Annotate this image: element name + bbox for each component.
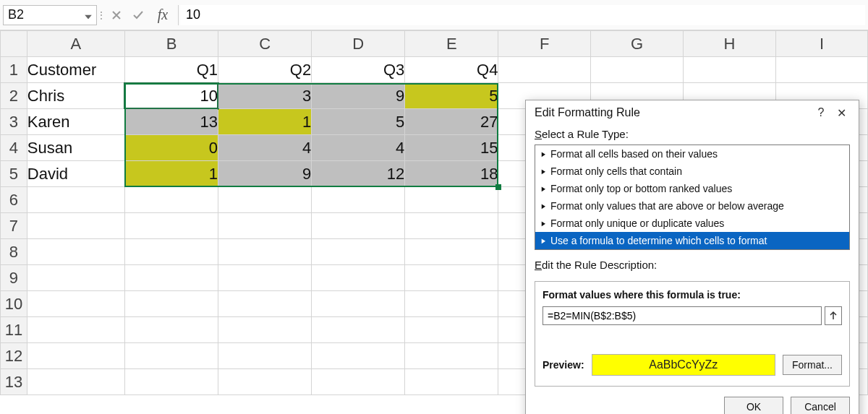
column-header-A[interactable]: A	[27, 31, 124, 57]
cell-A12[interactable]	[27, 343, 124, 369]
cell-D11[interactable]	[312, 317, 405, 343]
rule-type-option[interactable]: ►Format all cells based on their values	[535, 145, 849, 163]
cell-B1[interactable]: Q1	[124, 57, 218, 83]
cell-A5[interactable]: David	[27, 161, 124, 187]
cell-F1[interactable]	[498, 57, 591, 83]
column-header-G[interactable]: G	[591, 31, 684, 57]
row-header-8[interactable]: 8	[1, 239, 27, 265]
cell-D4[interactable]: 4	[312, 135, 405, 161]
cell-B10[interactable]	[124, 291, 218, 317]
cell-D13[interactable]	[312, 369, 405, 395]
row-header-4[interactable]: 4	[1, 135, 27, 161]
cell-C11[interactable]	[218, 317, 312, 343]
cell-D5[interactable]: 12	[312, 161, 405, 187]
cell-E1[interactable]: Q4	[405, 57, 498, 83]
cell-B8[interactable]	[124, 239, 218, 265]
cell-C13[interactable]	[218, 369, 312, 395]
row-header-13[interactable]: 13	[1, 369, 27, 395]
collapse-dialog-icon[interactable]	[825, 306, 842, 325]
cell-A9[interactable]	[27, 265, 124, 291]
rule-type-list[interactable]: ►Format all cells based on their values►…	[535, 145, 850, 250]
row-header-1[interactable]: 1	[1, 57, 27, 83]
cell-C9[interactable]	[218, 265, 312, 291]
row-header-5[interactable]: 5	[1, 161, 27, 187]
cell-D7[interactable]	[312, 213, 405, 239]
cell-E4[interactable]: 15	[405, 135, 498, 161]
cell-A11[interactable]	[27, 317, 124, 343]
cell-E10[interactable]	[405, 291, 498, 317]
cell-B7[interactable]	[124, 213, 218, 239]
rule-type-option[interactable]: ►Use a formula to determine which cells …	[535, 232, 849, 249]
column-header-F[interactable]: F	[498, 31, 591, 57]
formula-input[interactable]	[180, 5, 865, 25]
cell-A13[interactable]	[27, 369, 124, 395]
cell-B13[interactable]	[124, 369, 218, 395]
cell-C8[interactable]	[218, 239, 312, 265]
cell-C7[interactable]	[218, 213, 312, 239]
cell-C10[interactable]	[218, 291, 312, 317]
cell-E11[interactable]	[405, 317, 498, 343]
column-header-H[interactable]: H	[684, 31, 776, 57]
cell-E7[interactable]	[405, 213, 498, 239]
cell-E2[interactable]: 5	[405, 83, 498, 109]
cell-I1[interactable]	[775, 57, 867, 83]
cell-C3[interactable]: 1	[218, 109, 312, 135]
cell-D2[interactable]: 9	[312, 83, 405, 109]
cell-B3[interactable]: 13	[124, 109, 218, 135]
row-header-9[interactable]: 9	[1, 265, 27, 291]
cell-E6[interactable]	[405, 187, 498, 213]
cancel-button[interactable]: Cancel	[791, 397, 850, 414]
cell-A3[interactable]: Karen	[27, 109, 124, 135]
cell-A10[interactable]	[27, 291, 124, 317]
cell-E5[interactable]: 18	[405, 161, 498, 187]
cell-B4[interactable]: 0	[124, 135, 218, 161]
row-header-6[interactable]: 6	[1, 187, 27, 213]
cell-D8[interactable]	[312, 239, 405, 265]
rule-formula-input[interactable]	[542, 306, 822, 325]
dialog-close-button[interactable]: ✕	[831, 103, 851, 123]
cell-B6[interactable]	[124, 187, 218, 213]
rule-type-option[interactable]: ►Format only values that are above or be…	[535, 197, 849, 215]
row-header-11[interactable]: 11	[1, 317, 27, 343]
cell-E8[interactable]	[405, 239, 498, 265]
cell-C2[interactable]: 3	[218, 83, 312, 109]
cell-B12[interactable]	[124, 343, 218, 369]
dialog-titlebar[interactable]: Edit Formatting Rule ? ✕	[526, 100, 859, 125]
ok-button[interactable]: OK	[724, 397, 783, 414]
dialog-help-button[interactable]: ?	[811, 103, 831, 123]
row-header-7[interactable]: 7	[1, 213, 27, 239]
cell-C4[interactable]: 4	[218, 135, 312, 161]
cell-A6[interactable]	[27, 187, 124, 213]
cell-D12[interactable]	[312, 343, 405, 369]
rule-type-option[interactable]: ►Format only unique or duplicate values	[535, 215, 849, 232]
column-header-D[interactable]: D	[312, 31, 405, 57]
cell-B5[interactable]: 1	[124, 161, 218, 187]
cell-A7[interactable]	[27, 213, 124, 239]
cell-D1[interactable]: Q3	[312, 57, 405, 83]
row-header-2[interactable]: 2	[1, 83, 27, 109]
cell-A2[interactable]: Chris	[27, 83, 124, 109]
column-header-I[interactable]: I	[775, 31, 867, 57]
cell-D3[interactable]: 5	[312, 109, 405, 135]
cell-C1[interactable]: Q2	[218, 57, 312, 83]
row-header-10[interactable]: 10	[1, 291, 27, 317]
cell-A8[interactable]	[27, 239, 124, 265]
select-all-corner[interactable]	[1, 31, 27, 57]
cell-E3[interactable]: 27	[405, 109, 498, 135]
row-header-12[interactable]: 12	[1, 343, 27, 369]
cell-A1[interactable]: Customer	[27, 57, 124, 83]
cancel-edit-icon[interactable]	[106, 5, 127, 25]
confirm-edit-icon[interactable]	[127, 5, 149, 25]
cell-E9[interactable]	[405, 265, 498, 291]
rule-type-option[interactable]: ►Format only top or bottom ranked values	[535, 180, 849, 197]
column-header-E[interactable]: E	[405, 31, 498, 57]
cell-B2[interactable]: 10	[124, 83, 218, 109]
selection-fill-handle[interactable]	[495, 184, 501, 190]
name-box[interactable]: B2	[3, 5, 97, 25]
cell-D9[interactable]	[312, 265, 405, 291]
cell-B11[interactable]	[124, 317, 218, 343]
column-header-B[interactable]: B	[124, 31, 218, 57]
cell-D6[interactable]	[312, 187, 405, 213]
insert-function-button[interactable]: fx	[149, 5, 176, 25]
cell-C6[interactable]	[218, 187, 312, 213]
